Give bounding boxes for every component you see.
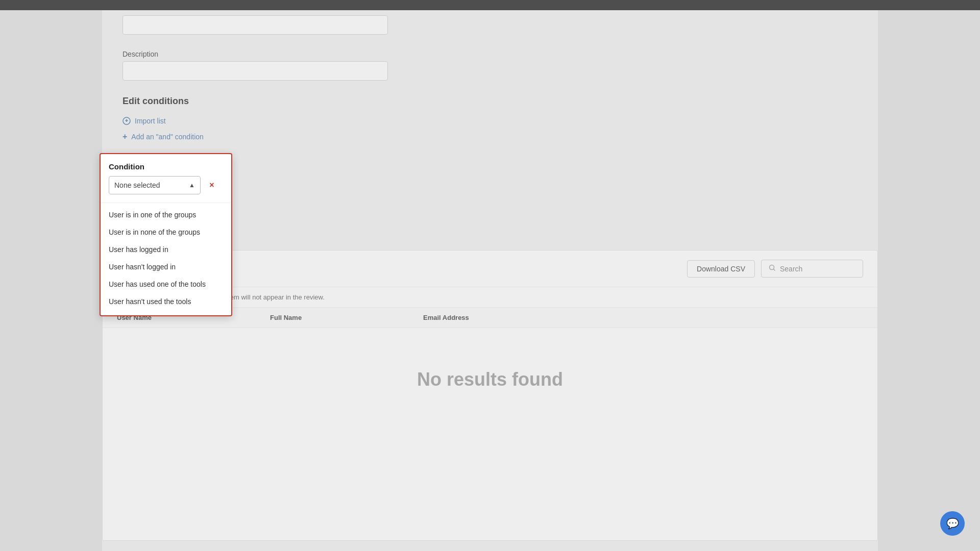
condition-select-button[interactable]: None selected ▲ bbox=[109, 176, 201, 194]
condition-popup-header: Condition None selected ▲ × bbox=[101, 154, 231, 199]
description-section: Description bbox=[122, 50, 857, 81]
option-hasnt-used-tools[interactable]: User hasn't used the tools bbox=[101, 293, 231, 310]
chat-button[interactable]: 💬 bbox=[940, 511, 965, 536]
option-used-one-tool[interactable]: User has used one of the tools bbox=[101, 276, 231, 293]
plus-icon: + bbox=[122, 132, 127, 141]
column-header-email: Email Address bbox=[423, 314, 863, 321]
download-csv-button[interactable]: Download CSV bbox=[687, 260, 755, 278]
top-bar bbox=[0, 0, 980, 10]
review-header-actions: Download CSV bbox=[687, 260, 863, 278]
import-list-link[interactable]: Import list bbox=[122, 117, 857, 125]
column-header-fullname: Full Name bbox=[270, 314, 423, 321]
import-icon bbox=[122, 117, 131, 125]
option-in-none-groups[interactable]: User is in none of the groups bbox=[101, 223, 231, 241]
top-input-field[interactable] bbox=[122, 15, 388, 35]
edit-conditions-title: Edit conditions bbox=[122, 96, 857, 107]
search-icon bbox=[769, 264, 776, 273]
condition-clear-button[interactable]: × bbox=[205, 178, 219, 192]
description-input[interactable] bbox=[122, 61, 388, 81]
description-label: Description bbox=[122, 50, 857, 58]
condition-popup-title: Condition bbox=[109, 162, 223, 171]
search-input[interactable] bbox=[780, 265, 851, 273]
add-condition-link[interactable]: + Add an "and" condition bbox=[122, 132, 857, 141]
chat-icon: 💬 bbox=[946, 517, 959, 530]
page-wrapper: Description Edit conditions Import list … bbox=[0, 0, 980, 551]
condition-popup: Condition None selected ▲ × User is in o… bbox=[100, 153, 232, 316]
search-box[interactable] bbox=[761, 260, 863, 278]
option-has-logged-in[interactable]: User has logged in bbox=[101, 241, 231, 258]
condition-select-row: None selected ▲ × bbox=[109, 176, 223, 194]
chevron-up-icon: ▲ bbox=[189, 182, 195, 189]
condition-selected-label: None selected bbox=[114, 181, 160, 189]
option-in-one-group[interactable]: User is in one of the groups bbox=[101, 206, 231, 223]
no-results-label: No results found bbox=[103, 328, 877, 431]
option-hasnt-logged-in[interactable]: User hasn't logged in bbox=[101, 258, 231, 276]
dropdown-divider bbox=[101, 203, 231, 203]
